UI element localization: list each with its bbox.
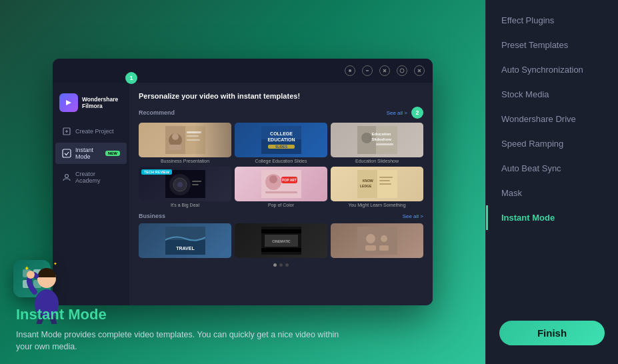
card-label-tech: It's a Big Deal xyxy=(139,203,231,207)
titlebar-icon-3 xyxy=(379,65,390,76)
svg-rect-36 xyxy=(265,191,297,193)
svg-rect-30 xyxy=(192,184,199,185)
template-card-education[interactable]: COLLEGE EDUCATION SLIDES College Educati… xyxy=(235,123,327,163)
card-label-education: College Education Slides xyxy=(235,159,327,163)
sidebar-item-create-label: Create Project xyxy=(75,128,114,135)
bottom-description: Insant Mode provides complete video temp… xyxy=(16,329,349,354)
sidebar-item-instant-mode[interactable]: Instant Mode NEW xyxy=(55,143,127,164)
main-content-title: Personalize your video with instant temp… xyxy=(139,92,423,100)
app-name: Wondershare Filmora xyxy=(82,96,118,109)
nav-item-effect-plugins[interactable]: Effect Plugins xyxy=(486,8,618,33)
sidebar-item-academy-label: Creator Academy xyxy=(75,171,120,184)
template-card-knowledge[interactable]: KNOW LEDGE You Might Learn Something xyxy=(331,167,423,207)
template-card-tech[interactable]: TECH REVIEW It's a Big Deal xyxy=(139,167,231,207)
svg-point-33 xyxy=(269,175,277,183)
svg-rect-41 xyxy=(379,177,393,178)
titlebar-close-icon[interactable] xyxy=(414,65,425,76)
svg-rect-10 xyxy=(187,131,201,133)
titlebar-icon-4 xyxy=(397,65,407,76)
svg-rect-43 xyxy=(379,183,391,185)
window-body: Wondershare Filmora Create Project Insta… xyxy=(53,83,433,305)
svg-rect-3 xyxy=(63,149,71,157)
card-label-pop: Pop of Color xyxy=(235,203,327,207)
business-see-all[interactable]: See all > xyxy=(403,213,423,219)
dot-2 xyxy=(279,263,283,267)
svg-rect-42 xyxy=(379,180,390,181)
svg-point-21 xyxy=(361,133,372,143)
pagination-dots xyxy=(139,263,423,267)
filmora-logo-icon xyxy=(59,93,78,112)
template-card-slideshow[interactable]: Education Slideshow Education Slideshow xyxy=(331,123,423,163)
template-card-travel[interactable]: TRAVEL xyxy=(139,223,231,258)
titlebar-icons xyxy=(345,65,425,76)
svg-rect-11 xyxy=(187,135,199,137)
nav-item-auto-beat-sync[interactable]: Auto Beat Sync xyxy=(486,156,618,181)
card-label-slideshow: Education Slideshow xyxy=(331,159,423,163)
svg-rect-24 xyxy=(376,143,393,145)
svg-point-53 xyxy=(366,234,375,243)
svg-rect-48 xyxy=(261,229,301,233)
nav-item-wondershare-drive[interactable]: Wondershare Drive xyxy=(486,107,618,131)
svg-text:KNOW: KNOW xyxy=(363,179,373,183)
bottom-title: Instant Mode xyxy=(16,306,469,323)
finish-button-wrap: Finish xyxy=(486,310,618,356)
svg-point-0 xyxy=(349,69,351,72)
nav-item-mask[interactable]: Mask xyxy=(486,181,618,205)
business-section-header: Business See all > xyxy=(139,213,423,219)
svg-rect-52 xyxy=(357,227,397,255)
svg-point-28 xyxy=(177,182,183,187)
svg-rect-12 xyxy=(187,139,200,141)
svg-point-8 xyxy=(172,133,179,140)
svg-rect-29 xyxy=(192,181,201,182)
svg-rect-56 xyxy=(379,245,389,251)
template-card-cinematic[interactable]: CINEMATIC xyxy=(235,223,327,258)
svg-rect-49 xyxy=(261,248,301,252)
template-card-pop[interactable]: POP ART Pop of Color xyxy=(235,167,327,207)
dot-1 xyxy=(273,263,277,267)
bottom-section: Instant Mode Insant Mode provides comple… xyxy=(0,295,485,365)
recommend-see-all[interactable]: See all > xyxy=(387,110,407,116)
nav-item-speed-ramping[interactable]: Speed Ramping xyxy=(486,131,618,156)
svg-text:TRAVEL: TRAVEL xyxy=(176,246,195,251)
sidebar-item-create-project[interactable]: Create Project xyxy=(55,123,127,140)
svg-text:SLIDES: SLIDES xyxy=(275,145,287,149)
window-titlebar xyxy=(53,59,433,83)
svg-text:✦: ✦ xyxy=(24,265,29,272)
left-panel: Wondershare Filmora Create Project Insta… xyxy=(0,0,485,364)
step-badge-1: 1 xyxy=(125,72,137,84)
recommend-badge: 2 xyxy=(411,107,423,119)
svg-text:Slideshow: Slideshow xyxy=(371,137,391,141)
app-window: Wondershare Filmora Create Project Insta… xyxy=(53,59,433,305)
business-template-grid: TRAVEL xyxy=(139,223,423,258)
tech-review-tag: TECH REVIEW xyxy=(141,169,172,175)
titlebar-icon-1 xyxy=(345,65,355,76)
recommend-template-grid: Bussiness Presentation COLLEGE EDUCATION xyxy=(139,123,423,207)
svg-text:EDUCATION: EDUCATION xyxy=(267,137,295,142)
recommend-section-header: Recommend See all > 2 xyxy=(139,107,423,119)
svg-point-4 xyxy=(65,175,69,178)
titlebar-icon-2 xyxy=(362,65,373,76)
svg-rect-55 xyxy=(365,245,376,251)
app-main-content: Personalize your video with instant temp… xyxy=(129,83,433,305)
app-logo: Wondershare Filmora xyxy=(53,91,129,120)
recommend-label: Recommend xyxy=(139,109,175,116)
template-card-family[interactable] xyxy=(331,223,423,258)
svg-point-54 xyxy=(381,235,387,242)
svg-text:POP ART: POP ART xyxy=(282,178,297,182)
sidebar-item-instant-label: Instant Mode xyxy=(75,147,101,160)
finish-button[interactable]: Finish xyxy=(499,321,605,345)
sidebar-item-creator-academy[interactable]: Creator Academy xyxy=(55,167,127,188)
svg-rect-9 xyxy=(169,145,181,150)
business-label: Business xyxy=(139,213,165,219)
nav-item-instant-mode[interactable]: Instant Mode xyxy=(486,205,618,230)
card-label-knowledge: You Might Learn Something xyxy=(331,203,423,207)
svg-text:Education: Education xyxy=(371,132,391,136)
right-panel: Effect Plugins Preset Templates Auto Syn… xyxy=(485,0,618,364)
card-label-business: Bussiness Presentation xyxy=(139,159,231,163)
nav-item-auto-synchronization[interactable]: Auto Synchronization xyxy=(486,57,618,82)
svg-text:LEDGE: LEDGE xyxy=(360,184,372,188)
template-card-business[interactable]: Bussiness Presentation xyxy=(139,123,231,163)
svg-text:COLLEGE: COLLEGE xyxy=(270,131,293,136)
nav-item-stock-media[interactable]: Stock Media xyxy=(486,82,618,107)
nav-item-preset-templates[interactable]: Preset Templates xyxy=(486,33,618,57)
